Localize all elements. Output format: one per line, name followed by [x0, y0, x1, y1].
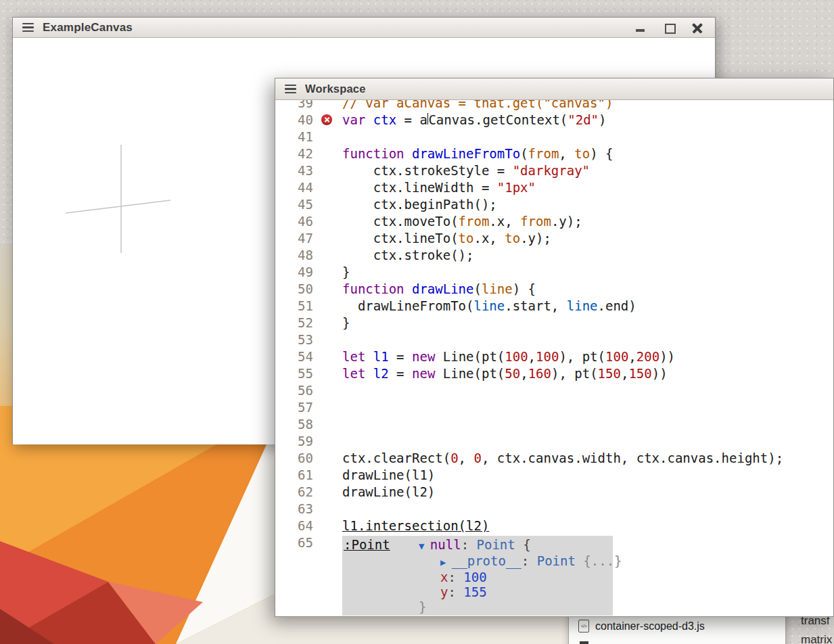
code-line-56[interactable]: 56 [275, 382, 833, 399]
close-button[interactable] [692, 22, 703, 33]
line-number: 40 [275, 112, 313, 129]
inspector-row[interactable]: ▶ __proto__: Point {...} [419, 553, 622, 570]
code-line-42[interactable]: 42function drawLineFromTo(from, to) { [275, 145, 833, 162]
code-line-64[interactable]: 64l1.intersection(l2) [275, 518, 833, 534]
code-line-55[interactable]: 55let l2 = new Line(pt(50,160), pt(150,1… [275, 365, 833, 382]
code-editor[interactable]: 39// var aCanvas = that.get("canvas")40v… [275, 100, 833, 616]
code-text[interactable] [342, 501, 833, 518]
code-text[interactable]: ctx.lineTo(to.x, to.y); [342, 230, 833, 247]
line-number: 65 [275, 534, 313, 616]
workspace-titlebar[interactable]: Workspace [275, 78, 833, 100]
code-text[interactable]: // var aCanvas = that.get("canvas") [342, 100, 833, 112]
code-text[interactable]: } [342, 315, 833, 331]
code-line-43[interactable]: 43 ctx.strokeStyle = "darkgray" [275, 162, 833, 179]
gutter-icon-slot [313, 264, 342, 281]
code-line-39[interactable]: 39// var aCanvas = that.get("canvas") [275, 100, 833, 112]
hamburger-menu-icon[interactable] [285, 85, 296, 94]
code-line-62[interactable]: 62drawLine(l2) [275, 484, 833, 501]
code-text[interactable] [342, 399, 833, 416]
code-line-60[interactable]: 60ctx.clearRect(0, 0, ctx.canvas.width, … [275, 450, 833, 467]
maximize-button[interactable] [664, 22, 674, 33]
code-line-61[interactable]: 61drawLine(l1) [275, 467, 833, 484]
code-text[interactable]: drawLine(l1) [342, 467, 833, 484]
code-text[interactable]: ctx.beginPath(); [342, 196, 833, 213]
code-text[interactable] [342, 433, 833, 450]
gutter-icon-slot [313, 179, 342, 196]
inspector-row[interactable]: } [419, 599, 622, 614]
code-line-40[interactable]: 40var ctx = aCanvas.getContext("2d") [275, 112, 833, 129]
minimize-button[interactable] [635, 22, 646, 33]
code-text[interactable] [342, 416, 833, 433]
code-text[interactable]: drawLineFromTo(line.start, line.end) [342, 298, 833, 315]
inspector-row[interactable]: ▼ null: Point { [419, 537, 622, 553]
line-number: 45 [275, 196, 313, 213]
code-text[interactable] [342, 331, 833, 348]
code-line-49[interactable]: 49} [275, 264, 833, 281]
code-text[interactable]: ctx.lineWidth = "1px" [342, 179, 833, 196]
code-line-41[interactable]: 41 [275, 129, 833, 145]
code-line-44[interactable]: 44 ctx.lineWidth = "1px" [275, 179, 833, 196]
eval-result-type-label[interactable]: :Point [342, 537, 419, 614]
gutter-icon-slot [313, 145, 342, 162]
code-line-47[interactable]: 47 ctx.lineTo(to.x, to.y); [275, 230, 833, 247]
gutter-icon-slot [313, 100, 342, 112]
gutter-icon-slot [313, 467, 342, 484]
eval-result-widget[interactable]: :Point▼ null: Point {▶ __proto__: Point … [342, 536, 613, 616]
code-line-65[interactable]: 65:Point▼ null: Point {▶ __proto__: Poin… [275, 534, 833, 616]
code-line-51[interactable]: 51 drawLineFromTo(line.start, line.end) [275, 298, 833, 315]
code-text[interactable]: let l2 = new Line(pt(50,160), pt(150,150… [342, 365, 833, 382]
code-line-58[interactable]: 58 [275, 416, 833, 433]
code-line-57[interactable]: 57 [275, 399, 833, 416]
gutter-icon-slot [313, 399, 342, 416]
code-line-45[interactable]: 45 ctx.beginPath(); [275, 196, 833, 213]
inspector-row[interactable]: y: 155 [419, 584, 622, 599]
code-line-48[interactable]: 48 ctx.stroke(); [275, 247, 833, 264]
code-text[interactable]: var ctx = aCanvas.getContext("2d") [342, 112, 833, 129]
gutter-icon-slot [313, 230, 342, 247]
gutter-icon-slot [313, 450, 342, 467]
code-text[interactable] [342, 129, 833, 145]
code-text[interactable]: function drawLineFromTo(from, to) { [342, 145, 833, 162]
gutter-icon-slot [313, 433, 342, 450]
code-text[interactable]: :Point▼ null: Point {▶ __proto__: Point … [342, 534, 833, 616]
code-text[interactable]: l1.intersection(l2) [342, 518, 833, 534]
code-text[interactable]: function drawLine(line) { [342, 281, 833, 298]
code-text[interactable]: let l1 = new Line(pt(100,100), pt(100,20… [342, 348, 833, 365]
code-line-53[interactable]: 53 [275, 331, 833, 348]
gutter-icon-slot [313, 298, 342, 315]
code-line-63[interactable]: 63 [275, 501, 833, 518]
code-text[interactable]: ctx.strokeStyle = "darkgray" [342, 162, 833, 179]
file-list-item[interactable]: container-scoped-d3.js [578, 620, 777, 632]
line-number: 41 [275, 129, 313, 145]
gutter-icon-slot [313, 534, 342, 616]
inspector-row[interactable]: x: 100 [419, 570, 622, 584]
code-text[interactable]: drawLine(l2) [342, 484, 833, 501]
code-line-52[interactable]: 52} [275, 315, 833, 331]
gutter-icon-slot [313, 112, 342, 129]
clipped-text-matrix: matrix [801, 633, 832, 644]
code-text[interactable]: ctx.moveTo(from.x, from.y); [342, 213, 833, 230]
code-text[interactable]: ctx.clearRect(0, 0, ctx.canvas.width, ct… [342, 450, 833, 467]
hamburger-menu-icon[interactable] [22, 23, 34, 32]
code-text[interactable]: ctx.stroke(); [342, 247, 833, 264]
code-text[interactable]: } [342, 264, 833, 281]
line-number: 53 [275, 331, 313, 348]
workspace-window: Workspace 39// var aCanvas = that.get("c… [275, 78, 834, 617]
expanded-arrow-icon[interactable]: ▼ [419, 540, 430, 551]
code-line-50[interactable]: 50function drawLine(line) { [275, 281, 833, 298]
gutter-icon-slot [313, 518, 342, 534]
code-text[interactable] [342, 382, 833, 399]
line-number: 58 [275, 416, 313, 433]
desktop: ExampleCanvas Workspace 39// var aCanvas… [0, 0, 834, 644]
line-number: 61 [275, 467, 313, 484]
code-line-59[interactable]: 59 [275, 433, 833, 450]
code-line-46[interactable]: 46 ctx.moveTo(from.x, from.y); [275, 213, 833, 230]
gutter-icon-slot [313, 213, 342, 230]
example-canvas-titlebar[interactable]: ExampleCanvas [13, 18, 715, 38]
code-line-54[interactable]: 54let l1 = new Line(pt(100,100), pt(100,… [275, 348, 833, 365]
gutter-icon-slot [313, 331, 342, 348]
error-marker-icon[interactable] [321, 114, 332, 125]
line-number: 57 [275, 399, 313, 416]
gutter-icon-slot [313, 162, 342, 179]
collapsed-arrow-icon[interactable]: ▶ [440, 557, 452, 568]
